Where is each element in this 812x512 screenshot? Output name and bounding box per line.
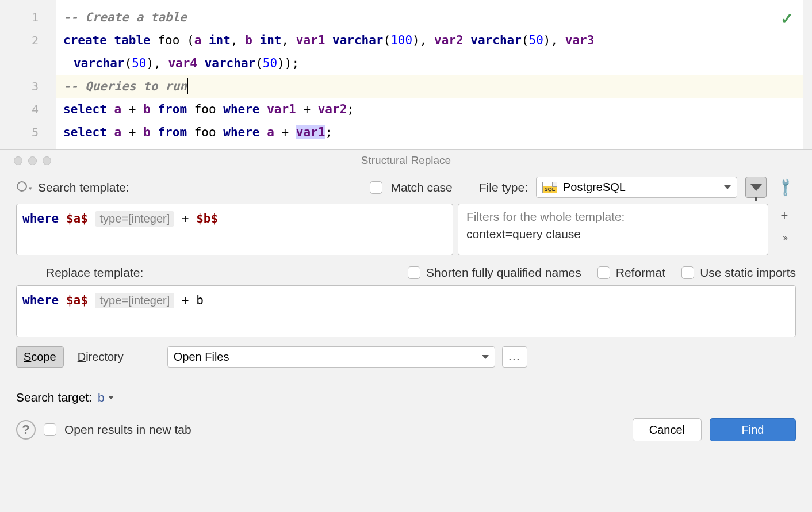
directory-tab[interactable]: Directory	[71, 347, 131, 367]
scope-browse-button[interactable]: ...	[502, 346, 527, 368]
search-target-label: Search target:	[16, 391, 92, 404]
search-history-icon[interactable]: ▾	[16, 181, 30, 194]
structural-replace-dialog: Structural Replace ▾ Search template: Ma…	[0, 150, 812, 512]
var-filter-tag[interactable]: type=[integer]	[95, 293, 174, 308]
static-imports-checkbox[interactable]	[681, 266, 694, 279]
sql-file-icon: SQL	[542, 182, 557, 193]
reformat-label: Reformat	[616, 266, 665, 280]
more-filters-button[interactable]: ››	[776, 229, 793, 246]
scope-select[interactable]: Open Files	[167, 346, 495, 368]
filters-body: context=query clause	[466, 227, 760, 241]
code-line-4[interactable]: select a + b from foo where var1 + var2;	[56, 98, 812, 121]
comment-text: -- Queries to run	[63, 79, 187, 93]
new-tab-checkbox[interactable]	[44, 423, 56, 436]
marker-stripe[interactable]	[803, 0, 812, 149]
search-template-input[interactable]: where $a$ type=[integer] + $b$	[16, 204, 453, 255]
filters-header: Filters for the whole template:	[466, 210, 760, 224]
help-button[interactable]: ?	[16, 420, 36, 440]
new-tab-label: Open results in new tab	[64, 423, 191, 437]
scope-value: Open Files	[174, 350, 476, 364]
file-type-label: File type:	[479, 181, 528, 194]
code-line-2[interactable]: create table foo (a int, b int, var1 var…	[56, 29, 812, 52]
code-editor[interactable]: 1 2 3 4 5 -- Create a table create table…	[0, 0, 812, 150]
code-line-3[interactable]: -- Queries to run	[56, 75, 812, 98]
code-body[interactable]: -- Create a table create table foo (a in…	[56, 0, 812, 149]
find-button[interactable]: Find	[710, 418, 796, 441]
match-case-label: Match case	[390, 181, 452, 194]
dialog-title: Structural Replace	[0, 154, 812, 167]
var-filter-tag[interactable]: type=[integer]	[95, 211, 174, 227]
reformat-checkbox[interactable]	[597, 266, 610, 279]
file-type-select[interactable]: SQL PostgreSQL	[536, 177, 737, 198]
cancel-button[interactable]: Cancel	[633, 418, 702, 441]
line-number: 3	[0, 75, 56, 98]
chevron-down-icon	[724, 185, 731, 189]
line-number: 2	[0, 29, 56, 75]
code-line-1[interactable]: -- Create a table	[56, 6, 812, 29]
comment-text: -- Create a table	[63, 10, 187, 24]
add-filter-button[interactable]: +	[776, 207, 793, 224]
code-line-2-wrap[interactable]: varchar(50), var4 varchar(50));	[56, 52, 812, 75]
gutter: 1 2 3 4 5	[0, 0, 56, 149]
line-number: 1	[0, 6, 56, 29]
shorten-names-checkbox[interactable]	[408, 266, 420, 279]
match-case-checkbox[interactable]	[370, 181, 382, 194]
line-number: 5	[0, 121, 56, 144]
filter-button[interactable]	[745, 177, 767, 198]
search-template-label: Search template:	[38, 181, 129, 194]
inspection-ok-icon[interactable]: ✓	[780, 9, 794, 28]
file-type-value: PostgreSQL	[563, 181, 718, 194]
search-target-dropdown[interactable]: b	[98, 391, 114, 404]
filters-panel[interactable]: Filters for the whole template: context=…	[458, 204, 768, 255]
caret	[187, 78, 188, 94]
static-imports-label: Use static imports	[700, 266, 796, 280]
chevron-down-icon	[482, 355, 489, 359]
line-number: 4	[0, 98, 56, 121]
chevron-down-icon	[108, 396, 114, 399]
shorten-label: Shorten fully qualified names	[426, 266, 581, 280]
replace-template-input[interactable]: where $a$ type=[integer] + b	[16, 285, 796, 337]
replace-template-label: Replace template:	[46, 266, 143, 280]
wrench-icon: 🔧	[775, 177, 796, 198]
code-line-5[interactable]: select a + b from foo where a + var1;	[56, 121, 812, 144]
scope-tab[interactable]: Scope	[16, 346, 64, 368]
titlebar: Structural Replace	[0, 150, 812, 171]
tools-button[interactable]: 🔧	[775, 177, 796, 198]
funnel-icon	[750, 184, 762, 191]
